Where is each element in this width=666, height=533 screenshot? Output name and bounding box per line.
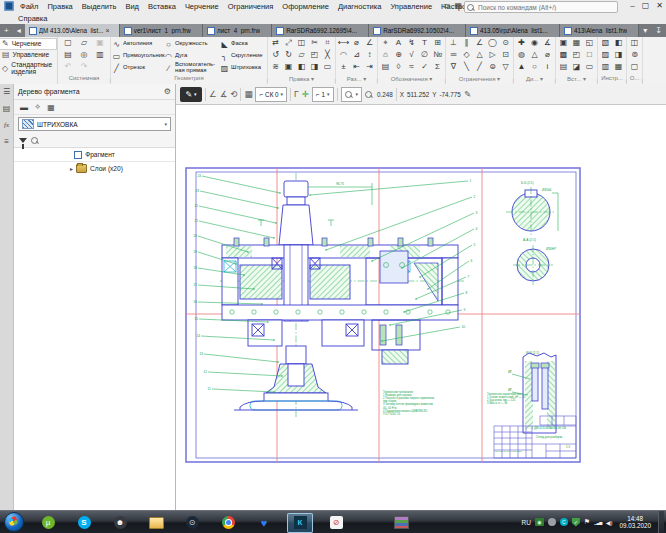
edit-tool-icon[interactable]: ◧	[295, 62, 308, 71]
constraint-tool-icon[interactable]: ╱	[473, 62, 486, 71]
annotation-tool-icon[interactable]: √	[405, 50, 418, 59]
constraint-tool-icon[interactable]: ▽	[499, 62, 512, 71]
new-tab-button[interactable]: +	[0, 24, 13, 37]
geometry-tool[interactable]: ╮Скругление	[220, 50, 266, 62]
angle-snap-icon[interactable]: ∠	[209, 89, 217, 99]
dimension-tool-icon[interactable]: ±	[337, 62, 350, 71]
properties-panel-icon[interactable]: ▤	[3, 104, 11, 113]
dimension-tool-icon[interactable]: ↕	[363, 50, 376, 59]
zoom-combo[interactable]: ▾	[341, 87, 363, 102]
rotate-icon[interactable]: ⟲	[230, 89, 237, 99]
taskbar-app-button[interactable]	[143, 513, 169, 533]
annotation-tool-icon[interactable]: ≈	[405, 62, 418, 71]
panel-tool-icon[interactable]: ▬	[20, 103, 28, 112]
search-input[interactable]	[476, 3, 615, 12]
show-desktop-button[interactable]	[658, 511, 664, 533]
edit-tool-icon[interactable]: ≋	[269, 62, 282, 71]
annotation-tool-icon[interactable]: А	[392, 38, 405, 47]
taskbar-app-button[interactable]: ☻	[107, 513, 133, 533]
dimension-tool-icon[interactable]: ⟷	[337, 38, 350, 47]
insert-tool-icon[interactable]: ▩	[557, 50, 570, 59]
filter-icon[interactable]	[19, 138, 27, 143]
edit-tool-icon[interactable]: ◰	[308, 50, 321, 59]
diagnostic-tool-icon[interactable]: ⌀	[541, 50, 554, 59]
document-tab[interactable]: ДМ 413.05\Alena_list... ×	[25, 24, 120, 37]
misc-tool-icon[interactable]: ⊚	[628, 50, 641, 59]
cleaner-tray-icon[interactable]: C	[560, 518, 568, 526]
layers-panel-icon[interactable]: ≡	[4, 137, 9, 146]
annotation-tool-icon[interactable]: Σ	[431, 62, 444, 71]
menu-item[interactable]: Ограничения	[228, 2, 274, 11]
system-tool-icon[interactable]: ▣	[92, 38, 108, 47]
geometry-tool[interactable]: ∕Вспомогатель­ная прямая	[164, 62, 220, 74]
annotation-tool-icon[interactable]: ⊕	[392, 50, 405, 59]
dimension-tool-icon[interactable]: ∠	[363, 38, 376, 47]
annotation-tool-icon[interactable]: ✓	[418, 62, 431, 71]
drawing-mode-button[interactable]: ✎▾	[180, 87, 202, 102]
tree-search-icon[interactable]	[31, 137, 38, 144]
insert-tool-icon[interactable]: □	[583, 50, 596, 59]
menu-item[interactable]: Файл	[20, 2, 38, 11]
geometry-tool[interactable]: ▭Прямоугольник	[112, 50, 164, 62]
expand-arrow-icon[interactable]: ▸	[70, 165, 73, 172]
constraint-tool-icon[interactable]: ⊜	[486, 62, 499, 71]
annotation-tool-icon[interactable]: ▤	[379, 62, 392, 71]
menu-item[interactable]: Вид	[125, 2, 139, 11]
tools-icon[interactable]: ▧	[599, 38, 612, 47]
antivirus-tray-icon[interactable]: ✓	[572, 518, 580, 527]
layer-combo[interactable]: ⌐1▾	[312, 87, 334, 102]
system-tool-icon[interactable]: ▱	[76, 38, 92, 47]
misc-tool-icon[interactable]: ◫	[628, 38, 641, 47]
dimension-tool-icon[interactable]: ◠	[337, 50, 350, 59]
insert-tool-icon[interactable]: ▦	[570, 38, 583, 47]
menu-item[interactable]: Управление	[390, 2, 432, 11]
diagnostic-tool-icon[interactable]: ○	[528, 62, 541, 71]
document-tab[interactable]: RarSDRa6992.12695\4...	[272, 24, 369, 37]
system-tool-icon[interactable]: ↷	[76, 62, 92, 71]
edit-tool-icon[interactable]: ✂	[308, 38, 321, 47]
document-tab[interactable]: 413.05\rpz\Alena_list1...	[466, 24, 560, 37]
edit-tool-icon[interactable]: ⇄	[269, 38, 282, 47]
edit-tool-icon[interactable]: ▣	[282, 62, 295, 71]
annotation-tool-icon[interactable]: ∅	[418, 50, 431, 59]
edit-tool-icon[interactable]: ↻	[282, 50, 295, 59]
tools-icon[interactable]: ◨	[612, 50, 625, 59]
taskbar-app-button[interactable]	[388, 513, 414, 533]
constraint-tool-icon[interactable]: ═	[447, 50, 460, 59]
taskbar-app-button[interactable]: ♥	[251, 513, 277, 533]
menu-item[interactable]: Оформление	[282, 2, 329, 11]
constraint-tool-icon[interactable]: ⊙	[499, 38, 512, 47]
constraint-tool-icon[interactable]: △	[473, 50, 486, 59]
taskbar-app-button[interactable]: ⊘	[323, 513, 349, 533]
annotation-tool-icon[interactable]: ↯	[405, 38, 418, 47]
annotation-tool-icon[interactable]: ⌂	[379, 50, 392, 59]
document-tab[interactable]: лист_4_prn.frw	[203, 24, 272, 37]
system-tool-icon[interactable]: ◎	[76, 50, 92, 59]
insert-tool-icon[interactable]: ▤	[557, 62, 570, 71]
annotation-tool-icon[interactable]: Т	[418, 38, 431, 47]
ortho-mode-icon[interactable]: Г	[294, 89, 299, 99]
tree-panel-icon[interactable]: ☰	[3, 87, 10, 96]
gpu-tray-icon[interactable]: ◉	[535, 518, 544, 526]
diagnostic-tool-icon[interactable]: ∡	[541, 38, 554, 47]
tools-icon[interactable]: ▦	[612, 62, 625, 71]
gear-icon[interactable]: ⚙	[164, 87, 171, 96]
tab-scroll-icon[interactable]: ◂	[13, 24, 25, 37]
network-icon[interactable]: ▁▃▅	[594, 520, 602, 525]
panel-tool-icon[interactable]: ▦	[47, 103, 55, 112]
coordinate-system-combo[interactable]: ⌐СК 0▾	[255, 87, 287, 102]
constraint-tool-icon[interactable]: ∇	[447, 62, 460, 71]
taskbar-app-button[interactable]: µ	[35, 513, 61, 533]
start-button[interactable]	[4, 512, 24, 532]
edit-tool-icon[interactable]: ⌗	[321, 38, 334, 48]
edit-tool-icon[interactable]: ↺	[269, 50, 282, 59]
edit-tool-icon[interactable]: ◨	[308, 62, 321, 71]
hatch-style-combo[interactable]: ШТРИХОВКА ▾	[18, 117, 171, 131]
diagnostic-tool-icon[interactable]: ▲	[515, 62, 528, 71]
taskbar-app-button[interactable]: ⊙	[179, 513, 205, 533]
tools-icon[interactable]: ▨	[599, 50, 612, 59]
variables-panel-icon[interactable]: fx	[4, 121, 9, 129]
update-tray-icon[interactable]	[548, 518, 556, 526]
misc-tool-icon[interactable]: ▢	[628, 62, 641, 71]
tools-icon[interactable]: ◧	[612, 38, 625, 47]
